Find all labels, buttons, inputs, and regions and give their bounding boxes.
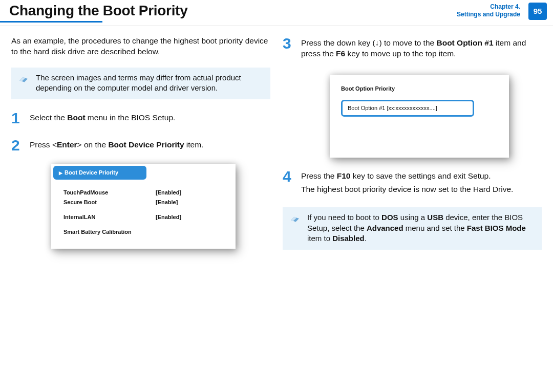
step-4: 4 Press the F10 key to save the settings… bbox=[283, 169, 542, 199]
page-header: Changing the Boot Priority Chapter 4. Se… bbox=[0, 0, 553, 26]
chapter-label: Chapter 4. Settings and Upgrade bbox=[457, 3, 520, 18]
note-text: If you need to boot to DOS using a USB d… bbox=[307, 213, 526, 243]
bios2-title: Boot Option Priority bbox=[341, 85, 498, 93]
step-1: 1 Select the Boot menu in the BIOS Setup… bbox=[11, 111, 270, 126]
step-1-text: Select the Boot menu in the BIOS Setup. bbox=[30, 113, 270, 123]
step-2-text: Press <Enter> on the Boot Device Priorit… bbox=[30, 140, 270, 150]
page-number: 95 bbox=[534, 6, 542, 16]
note-text: The screen images and terms may differ f… bbox=[36, 73, 241, 92]
intro-text: As an example, the procedures to change … bbox=[11, 36, 270, 57]
step-4-text: Press the F10 key to save the settings a… bbox=[301, 171, 542, 182]
right-column: 3 Press the down key (↓) to move to the … bbox=[283, 36, 542, 250]
bios-row: TouchPadMouse [Enabled] bbox=[63, 189, 223, 197]
bios-boot-menu-screenshot: ▶Boot Device Priority TouchPadMouse [Ena… bbox=[51, 164, 236, 249]
note-icon bbox=[290, 214, 300, 223]
page-number-badge: 95 bbox=[528, 3, 547, 20]
note-icon bbox=[18, 75, 29, 83]
bios2-selected-option: Boot Option #1 [xx:xxxxxxxxxxxx....] bbox=[341, 100, 474, 117]
chapter-line2: Settings and Upgrade bbox=[457, 11, 520, 18]
bios-row: Smart Battery Calibration bbox=[63, 228, 223, 236]
note-box-model-disclaimer: The screen images and terms may differ f… bbox=[11, 68, 270, 100]
chapter-line1: Chapter 4. bbox=[490, 3, 520, 10]
step-2: 2 Press <Enter> on the Boot Device Prior… bbox=[11, 138, 270, 154]
page-title: Changing the Boot Priority bbox=[9, 1, 187, 20]
step-3-number: 3 bbox=[283, 36, 296, 62]
bios-settings-list: TouchPadMouse [Enabled] Secure Boot [Ena… bbox=[53, 180, 233, 247]
note-box-dos-usb: If you need to boot to DOS using a USB d… bbox=[283, 207, 542, 250]
step-2-number: 2 bbox=[11, 138, 25, 154]
left-column: As an example, the procedures to change … bbox=[11, 36, 270, 250]
step-1-number: 1 bbox=[11, 111, 25, 126]
step-4-text-2: The highest boot priority device is now … bbox=[301, 184, 542, 195]
bios-highlighted-row: ▶Boot Device Priority bbox=[53, 166, 146, 180]
step-4-number: 4 bbox=[283, 169, 296, 199]
bios-row: Secure Boot [Enable] bbox=[63, 199, 223, 206]
bios-boot-priority-screenshot: Boot Option Priority Boot Option #1 [xx:… bbox=[330, 75, 509, 158]
step-3-text: Press the down key (↓) to move to the Bo… bbox=[301, 38, 542, 59]
header-accent bbox=[0, 21, 102, 23]
bios-row: InternalLAN [Enabled] bbox=[63, 213, 223, 221]
play-icon: ▶ bbox=[59, 170, 62, 176]
step-3: 3 Press the down key (↓) to move to the … bbox=[283, 36, 542, 62]
